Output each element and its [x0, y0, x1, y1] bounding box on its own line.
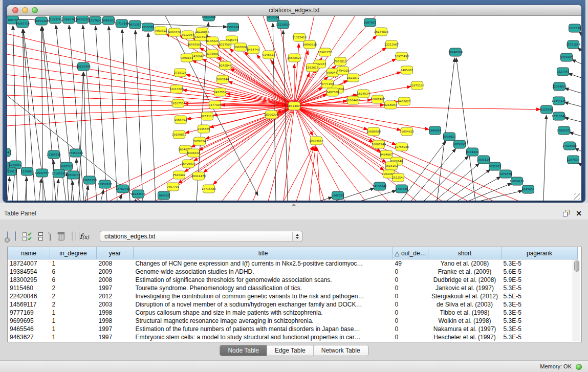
graph-node[interactable]: 16914479	[191, 172, 206, 180]
graph-node[interactable]: 7632621	[489, 162, 502, 170]
graph-node[interactable]: 9498222	[187, 149, 200, 157]
graph-node[interactable]: 19384554	[309, 137, 323, 145]
graph-node[interactable]: 12923448	[131, 190, 145, 198]
graph-node[interactable]: 8427552	[214, 88, 227, 96]
graph-node[interactable]: 9329965	[560, 53, 573, 61]
graph-node[interactable]: 2522540	[392, 173, 405, 182]
select-columns-button[interactable]: ✔ ✔	[23, 232, 32, 241]
graph-node[interactable]: 19654923	[400, 127, 414, 136]
graph-node[interactable]: 8215958	[540, 105, 553, 114]
table-row[interactable]: 1872400712008Changes of HCN gene express…	[8, 259, 578, 268]
table-row[interactable]: 1830029562008Estimation of significance …	[8, 276, 578, 284]
minimize-window-icon[interactable]	[22, 7, 28, 13]
table-scrollbar[interactable]	[573, 259, 580, 341]
network-window-titlebar[interactable]: citations_edges.txt	[7, 5, 581, 16]
graph-node[interactable]: 1156863	[21, 167, 34, 176]
graph-node[interactable]: 1624534	[357, 90, 370, 98]
tab-network-table[interactable]: Network Table	[313, 345, 368, 356]
float-panel-icon[interactable]	[563, 210, 570, 216]
table-row[interactable]: 946362711997Embryonic stem cells: a mode…	[8, 333, 578, 341]
graph-node[interactable]: 2087682	[364, 18, 377, 27]
panel-splitter[interactable]	[0, 203, 588, 207]
graph-node[interactable]: 17957253	[82, 176, 97, 184]
column-header-pagerank[interactable]: pagerank	[502, 247, 578, 259]
graph-node[interactable]: 12213363	[169, 85, 184, 93]
resize-grip-icon[interactable]	[574, 193, 580, 200]
graph-node[interactable]: 15716485	[202, 185, 216, 193]
graph-node[interactable]: 92834	[7, 148, 11, 157]
close-panel-icon[interactable]: ✕	[576, 209, 582, 218]
graph-node[interactable]: 18807249	[372, 140, 386, 148]
graph-node[interactable]: 12213967	[384, 40, 399, 49]
graph-node[interactable]: 10973493	[395, 52, 409, 60]
graph-node[interactable]: 13218506	[276, 20, 290, 29]
graph-node[interactable]: 9227343	[557, 68, 570, 76]
graph-node[interactable]: 7663822	[155, 27, 167, 35]
graph-node[interactable]: 10719195	[115, 19, 129, 28]
column-header-out_de[interactable]: △ out_de…	[393, 247, 428, 259]
graph-node[interactable]: 8813054	[267, 16, 279, 21]
graph-node[interactable]: 9484067	[380, 150, 393, 159]
graph-node[interactable]: 9177006	[209, 101, 222, 109]
graph-node[interactable]: 7615526	[142, 23, 155, 31]
scrollbar-thumb[interactable]	[574, 260, 579, 272]
graph-node[interactable]: 15688520	[287, 54, 301, 62]
graph-node[interactable]: 1562615	[306, 63, 319, 72]
graph-node[interactable]: 13552	[7, 162, 9, 170]
graph-node[interactable]: 16961758	[318, 48, 332, 56]
graph-node[interactable]: 16409934	[181, 160, 195, 168]
graph-node[interactable]: 9245652	[522, 185, 535, 193]
graph-node[interactable]: 15892971	[557, 126, 571, 135]
graph-node[interactable]: 189374	[50, 16, 61, 24]
graph-node[interactable]: 7485063	[401, 66, 413, 74]
graph-node[interactable]: 12975185	[410, 81, 424, 90]
graph-node[interactable]: 12942757	[35, 169, 49, 177]
graph-node[interactable]: 1569374	[62, 16, 75, 24]
graph-node[interactable]: 3175685	[206, 50, 219, 58]
graph-node[interactable]: 20153346	[76, 62, 91, 71]
graph-node[interactable]: 1135555	[198, 125, 210, 133]
graph-node[interactable]: 18300295	[264, 111, 278, 119]
graph-node[interactable]: 16543982	[187, 40, 202, 49]
graph-node[interactable]: 16210643	[552, 112, 566, 120]
graph-node[interactable]: 7557224	[227, 23, 239, 31]
citation-network-graph[interactable]: 1603381405571420691406189374156937410653…	[7, 16, 581, 201]
graph-node[interactable]: 6466161	[102, 16, 115, 25]
column-header-in_degree[interactable]: in_degree	[50, 247, 97, 259]
graph-node[interactable]: 12093822	[552, 82, 567, 91]
graph-node[interactable]: 9242848	[219, 61, 232, 70]
graph-node[interactable]: 10807487	[371, 95, 385, 103]
graph-node[interactable]: 9327508	[219, 40, 232, 49]
column-header-short[interactable]: short	[428, 247, 502, 259]
column-header-title[interactable]: title	[134, 247, 393, 259]
graph-node[interactable]: 6497568	[326, 88, 339, 96]
zoom-window-icon[interactable]	[32, 7, 38, 13]
table-row[interactable]: 2242004622012Investigating the contribut…	[8, 292, 578, 300]
graph-node[interactable]: 6794028	[337, 67, 350, 75]
graph-node[interactable]: 9660128	[168, 28, 181, 36]
close-window-icon[interactable]	[12, 7, 18, 13]
graph-node[interactable]: 1733426	[396, 185, 408, 193]
graph-node[interactable]: 5878334	[193, 137, 206, 145]
tab-edge-table[interactable]: Edge Table	[267, 345, 313, 356]
graph-node[interactable]: 8912954	[182, 31, 194, 39]
graph-node[interactable]: 12444134	[552, 97, 566, 105]
graph-node[interactable]: 16640910	[302, 40, 317, 49]
delete-table-button[interactable]	[72, 232, 73, 241]
graph-node[interactable]: 9463627	[398, 97, 411, 105]
graph-node[interactable]: 8471676	[499, 170, 512, 178]
graph-node[interactable]: 14136141	[373, 182, 387, 190]
graph-node[interactable]: 20364486	[346, 96, 360, 104]
graph-node[interactable]: 10688609	[366, 127, 381, 136]
graph-node[interactable]: 1117536	[569, 24, 581, 32]
graph-node[interactable]: 14055714	[15, 19, 30, 28]
graph-node[interactable]: 9146821	[263, 51, 275, 59]
table-row[interactable]: 946554611997Estimation of the future num…	[8, 325, 578, 333]
graph-node[interactable]: 8267110	[201, 112, 214, 120]
graph-node[interactable]: 9890154	[181, 54, 193, 62]
graph-node[interactable]: 9327503	[194, 33, 207, 41]
graph-node[interactable]: 2718126	[174, 69, 187, 77]
graph-node[interactable]: 16782759	[116, 185, 130, 193]
graph-node[interactable]: 16154808	[374, 28, 388, 36]
graph-node[interactable]: 11325419	[292, 33, 307, 41]
